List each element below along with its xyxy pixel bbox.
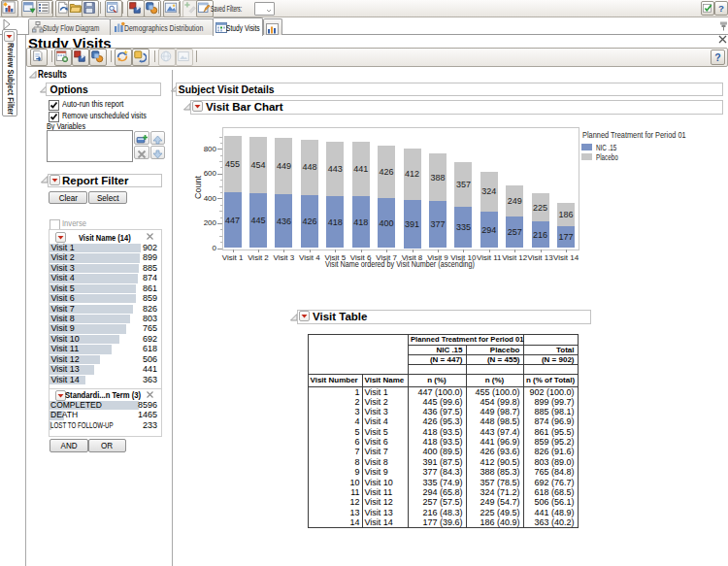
svg-text:?: ?	[718, 3, 724, 14]
svg-text:?: ?	[714, 51, 720, 63]
